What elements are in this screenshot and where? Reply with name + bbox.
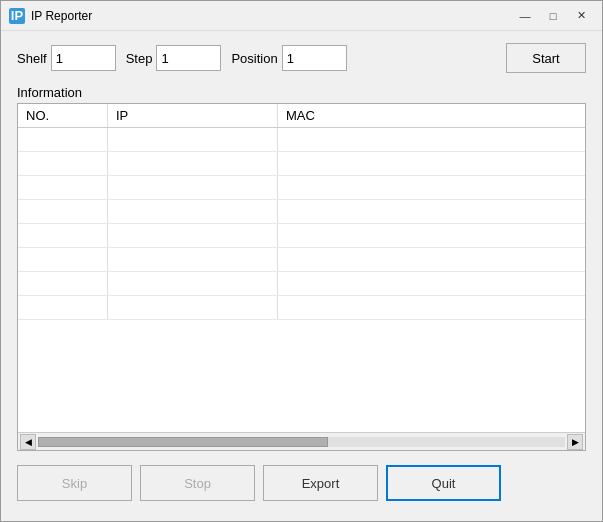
table-row	[18, 224, 585, 248]
close-button[interactable]: ✕	[568, 6, 594, 26]
window-title: IP Reporter	[31, 9, 512, 23]
bottom-buttons: Skip Stop Export Quit	[17, 465, 586, 509]
table-rows[interactable]	[18, 128, 585, 432]
start-button[interactable]: Start	[506, 43, 586, 73]
maximize-button[interactable]: □	[540, 6, 566, 26]
top-row: Shelf Step Position Start	[17, 43, 586, 73]
column-mac-header: MAC	[278, 104, 585, 127]
skip-button[interactable]: Skip	[17, 465, 132, 501]
export-button[interactable]: Export	[263, 465, 378, 501]
shelf-group: Shelf	[17, 45, 116, 71]
position-label: Position	[231, 51, 277, 66]
information-section: Information NO. IP MAC	[17, 85, 586, 451]
table-row	[18, 176, 585, 200]
shelf-input[interactable]	[51, 45, 116, 71]
shelf-label: Shelf	[17, 51, 47, 66]
table-header: NO. IP MAC	[18, 104, 585, 128]
scroll-thumb[interactable]	[38, 437, 328, 447]
scroll-right-button[interactable]: ▶	[567, 434, 583, 450]
step-group: Step	[126, 45, 222, 71]
column-no-header: NO.	[18, 104, 108, 127]
scroll-left-button[interactable]: ◀	[20, 434, 36, 450]
main-content: Shelf Step Position Start Information NO…	[1, 31, 602, 521]
minimize-button[interactable]: —	[512, 6, 538, 26]
stop-button[interactable]: Stop	[140, 465, 255, 501]
table-row	[18, 152, 585, 176]
table-row	[18, 200, 585, 224]
quit-button[interactable]: Quit	[386, 465, 501, 501]
window-controls: — □ ✕	[512, 6, 594, 26]
position-input[interactable]	[282, 45, 347, 71]
app-icon: IP	[9, 8, 25, 24]
scroll-track[interactable]	[38, 437, 565, 447]
table-row	[18, 272, 585, 296]
table-row	[18, 128, 585, 152]
title-bar: IP IP Reporter — □ ✕	[1, 1, 602, 31]
step-input[interactable]	[156, 45, 221, 71]
table-row	[18, 296, 585, 320]
position-group: Position	[231, 45, 346, 71]
table-row	[18, 248, 585, 272]
column-ip-header: IP	[108, 104, 278, 127]
horizontal-scrollbar[interactable]: ◀ ▶	[18, 432, 585, 450]
main-window: IP IP Reporter — □ ✕ Shelf Step Position…	[0, 0, 603, 522]
step-label: Step	[126, 51, 153, 66]
data-table: NO. IP MAC	[17, 103, 586, 451]
info-label: Information	[17, 85, 586, 100]
